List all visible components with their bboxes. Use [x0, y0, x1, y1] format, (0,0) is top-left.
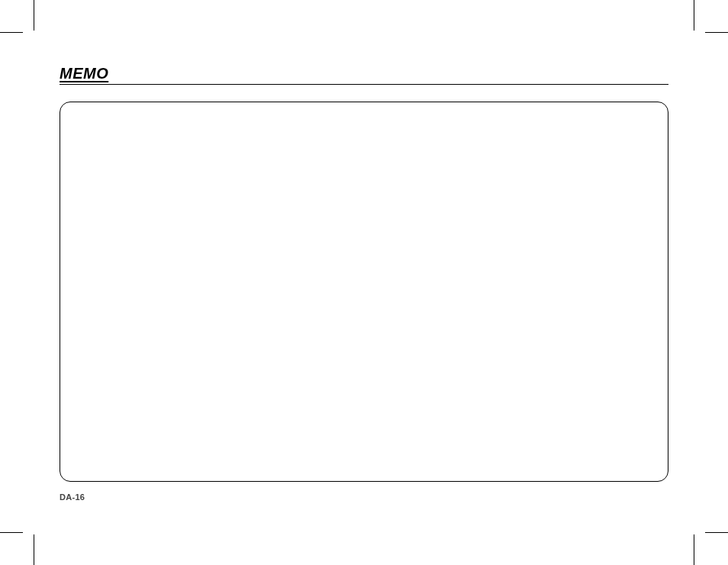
crop-mark — [694, 0, 694, 31]
crop-mark — [0, 532, 23, 533]
crop-mark — [34, 0, 34, 31]
crop-mark — [705, 532, 728, 533]
title-container: MEMO — [60, 65, 668, 85]
crop-mark — [705, 32, 728, 33]
page-number: DA-16 — [60, 492, 668, 502]
crop-mark — [34, 534, 34, 565]
memo-box — [60, 102, 668, 482]
crop-mark — [694, 534, 694, 565]
page-content: MEMO DA-16 — [60, 65, 668, 523]
crop-mark — [0, 32, 23, 33]
page-title: MEMO — [60, 65, 108, 82]
